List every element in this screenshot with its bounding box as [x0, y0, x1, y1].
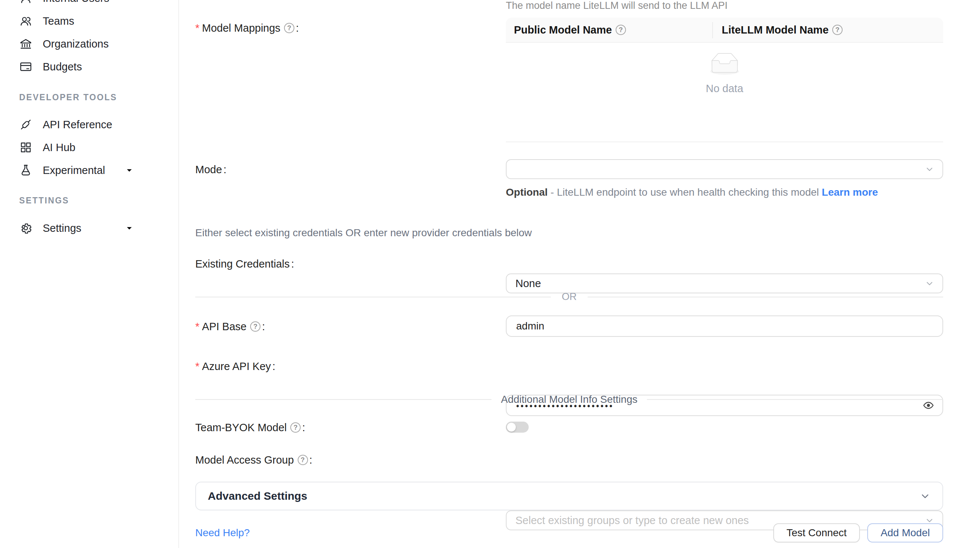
model-mappings-table: Public Model Name ? LiteLLM Model Name ?: [506, 18, 943, 143]
optional-bold: Optional: [506, 186, 548, 198]
chevron-down-icon: [925, 164, 934, 174]
help-question-icon[interactable]: ?: [616, 25, 626, 35]
chevron-down-icon: [124, 166, 134, 175]
mode-help-text: Optional - LiteLLM endpoint to use when …: [506, 185, 916, 200]
gear-icon: [19, 221, 32, 235]
api-icon: [19, 118, 32, 131]
advanced-settings-panel[interactable]: Advanced Settings: [195, 482, 943, 510]
user-icon: [19, 0, 32, 5]
model-mappings-label: * Model Mappings ? :: [195, 21, 299, 35]
sidebar-item-organizations[interactable]: Organizations: [0, 32, 178, 55]
toggle-knob: [507, 423, 516, 432]
need-help-link[interactable]: Need Help?: [195, 527, 250, 539]
model-name-help-text: The model name LiteLLM will send to the …: [506, 0, 943, 13]
sidebar-item-ai-hub[interactable]: AI Hub: [0, 136, 178, 159]
existing-credentials-label: Existing Credentials :: [195, 256, 294, 271]
help-question-icon[interactable]: ?: [250, 321, 261, 332]
required-asterisk: *: [195, 21, 199, 35]
api-base-input[interactable]: [506, 315, 943, 337]
model-access-group-label: Model Access Group ? :: [195, 452, 312, 467]
mode-select[interactable]: [506, 159, 943, 179]
column-header-public-model-name: Public Model Name ?: [506, 24, 713, 36]
learn-more-link[interactable]: Learn more: [822, 186, 878, 198]
column-header-litellm-model-name: LiteLLM Model Name ?: [713, 24, 843, 36]
chevron-down-icon: [124, 223, 134, 233]
sidebar-menu: Internal Users Teams Organizations Budge…: [0, 0, 178, 239]
sidebar-nav: Internal Users Teams Organizations Budge…: [0, 0, 179, 548]
table-header: Public Model Name ? LiteLLM Model Name ?: [506, 18, 943, 43]
divider-line: [195, 297, 551, 297]
chevron-down-icon: [920, 491, 931, 502]
or-divider: OR: [195, 291, 943, 303]
sidebar-item-api-reference[interactable]: API Reference: [0, 113, 178, 136]
azure-api-key-label: * Azure API Key :: [195, 359, 275, 374]
existing-credentials-value: None: [515, 277, 541, 290]
team-byok-label: Team-BYOK Model ? :: [195, 420, 305, 435]
api-base-label: * API Base ? :: [195, 319, 265, 334]
add-model-form: The model name LiteLLM will send to the …: [179, 0, 980, 548]
grid-icon: [19, 141, 32, 154]
divider-line: [647, 399, 943, 400]
flask-icon: [19, 164, 32, 177]
mode-label: Mode :: [195, 162, 227, 177]
required-asterisk: *: [195, 359, 199, 374]
bank-icon: [19, 37, 32, 51]
help-question-icon[interactable]: ?: [284, 23, 294, 33]
test-connect-button[interactable]: Test Connect: [773, 523, 860, 542]
team-icon: [19, 14, 32, 28]
sidebar-item-label: Internal Users: [43, 0, 110, 5]
sidebar-item-settings[interactable]: Settings: [0, 217, 178, 239]
sidebar-item-internal-users[interactable]: Internal Users: [0, 0, 178, 10]
existing-credentials-select[interactable]: None: [506, 274, 943, 293]
add-model-button[interactable]: Add Model: [867, 523, 943, 542]
sidebar-item-label: Experimental: [43, 164, 105, 177]
additional-settings-divider: Additional Model Info Settings: [195, 393, 943, 405]
required-asterisk: *: [195, 319, 199, 334]
help-question-icon[interactable]: ?: [832, 25, 843, 35]
sidebar-item-budgets[interactable]: Budgets: [0, 55, 178, 78]
empty-box-icon: [707, 53, 742, 76]
help-question-icon[interactable]: ?: [298, 455, 308, 465]
sidebar-item-label: AI Hub: [43, 142, 76, 154]
divider-line: [195, 399, 492, 400]
additional-settings-divider-text: Additional Model Info Settings: [501, 393, 637, 405]
table-body-empty: No data: [506, 43, 943, 142]
sidebar-item-experimental[interactable]: Experimental: [0, 159, 178, 182]
or-text: OR: [562, 291, 577, 303]
sidebar-item-label: API Reference: [43, 119, 112, 131]
sidebar-item-teams[interactable]: Teams: [0, 10, 178, 32]
sidebar-section-settings: SETTINGS: [0, 195, 178, 206]
divider-line: [588, 297, 943, 297]
sidebar-section-developer-tools: DEVELOPER TOOLS: [0, 92, 178, 103]
sidebar-item-label: Budgets: [43, 61, 82, 73]
help-question-icon[interactable]: ?: [290, 422, 301, 433]
sidebar-item-label: Settings: [43, 222, 81, 234]
column-divider: [712, 22, 713, 38]
chevron-down-icon: [925, 279, 934, 288]
credentials-note: Either select existing credentials OR en…: [195, 227, 943, 239]
no-data-text: No data: [506, 83, 943, 95]
advanced-settings-title: Advanced Settings: [208, 490, 307, 502]
form-footer: Need Help? Test Connect Add Model: [195, 523, 943, 542]
sidebar-item-label: Organizations: [43, 38, 109, 50]
credit-card-icon: [19, 60, 32, 73]
add-model-page: Internal Users Teams Organizations Budge…: [0, 0, 980, 548]
sidebar-item-label: Teams: [43, 15, 74, 27]
team-byok-toggle[interactable]: [506, 422, 529, 433]
